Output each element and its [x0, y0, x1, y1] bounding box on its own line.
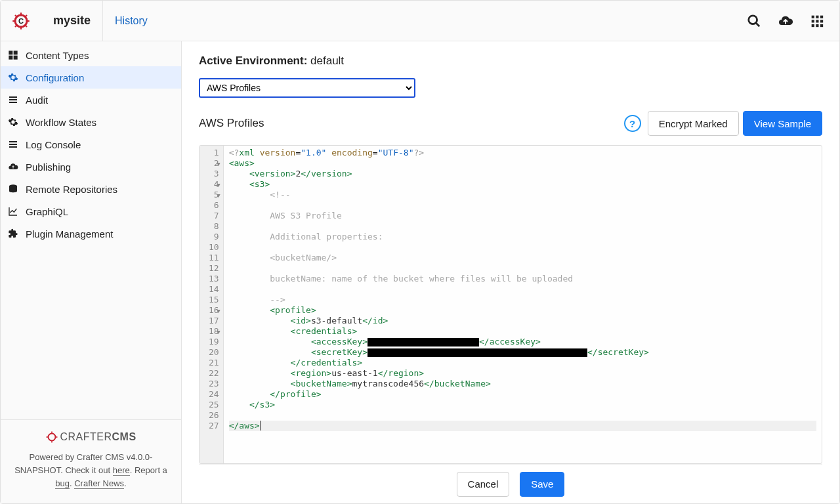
grid-icon [7, 50, 19, 60]
svg-rect-21 [9, 51, 12, 54]
svg-rect-12 [812, 15, 814, 18]
list-icon [7, 94, 19, 105]
svg-rect-15 [812, 20, 814, 22]
here-link[interactable]: here [113, 465, 130, 476]
crafter-logo: CRAFTERCMS [11, 429, 171, 446]
sidebar-item-label: Audit [26, 94, 48, 106]
main-content: Active Environment: default AWS Profiles… [182, 41, 839, 503]
list-icon [7, 139, 19, 150]
sidebar-item-label: Remote Repositories [26, 184, 117, 195]
history-link[interactable]: History [103, 15, 159, 27]
database-icon [7, 184, 19, 194]
svg-rect-16 [816, 20, 818, 22]
svg-rect-18 [812, 24, 814, 27]
svg-rect-19 [816, 24, 818, 27]
svg-point-10 [749, 15, 757, 24]
sidebar-item-graphiql[interactable]: GraphiQL [1, 200, 181, 222]
svg-line-11 [756, 22, 760, 26]
cancel-button[interactable]: Cancel [457, 472, 510, 497]
chart-line-icon [7, 206, 19, 217]
view-sample-button[interactable]: View Sample [743, 111, 822, 136]
svg-line-8 [15, 25, 17, 27]
svg-text:C: C [18, 16, 24, 24]
sidebar-item-audit[interactable]: Audit [1, 89, 181, 111]
svg-line-5 [15, 15, 17, 17]
sidebar-item-label: Workflow States [26, 117, 96, 128]
svg-rect-14 [820, 15, 823, 18]
sidebar-item-label: GraphiQL [26, 206, 68, 217]
svg-rect-24 [14, 56, 18, 60]
apps-grid-icon[interactable] [801, 5, 833, 37]
svg-rect-13 [816, 15, 818, 18]
section-title: AWS Profiles [199, 117, 264, 130]
crafter-news-link[interactable]: Crafter News [74, 478, 124, 489]
sidebar-item-label: Plugin Management [26, 228, 113, 240]
cloud-up-icon [7, 161, 19, 172]
sidebar-item-publishing[interactable]: Publishing [1, 156, 181, 178]
svg-line-6 [25, 25, 27, 27]
sidebar-item-content-types[interactable]: Content Types [1, 44, 181, 66]
sidebar-item-label: Log Console [26, 139, 81, 150]
sidebar-footer: CRAFTERCMS Powered by Crafter CMS v4.0.0… [1, 419, 181, 503]
puzzle-icon [7, 228, 19, 239]
site-name[interactable]: mysite [41, 1, 103, 41]
sidebar-item-configuration[interactable]: Configuration [1, 66, 181, 89]
svg-rect-22 [14, 51, 18, 54]
svg-rect-17 [820, 20, 823, 22]
encrypt-marked-button[interactable]: Encrypt Marked [648, 111, 739, 136]
sidebar-item-label: Configuration [26, 72, 84, 83]
sidebar-item-remote-repositories[interactable]: Remote Repositories [1, 178, 181, 200]
sidebar-item-plugin-management[interactable]: Plugin Management [1, 222, 181, 245]
sidebar-item-workflow-states[interactable]: Workflow States [1, 111, 181, 133]
gear-icon [7, 72, 19, 83]
active-environment: Active Environment: default [199, 54, 822, 68]
help-icon[interactable]: ? [624, 115, 641, 132]
sidebar-item-log-console[interactable]: Log Console [1, 133, 181, 156]
gear-icon [7, 117, 19, 127]
sidebar: Content Types Configuration Audit Workfl… [1, 41, 182, 503]
svg-rect-23 [9, 56, 12, 60]
svg-rect-20 [820, 24, 823, 27]
app-logo[interactable]: C [1, 11, 41, 31]
bottom-bar: Cancel Save [199, 464, 822, 503]
svg-line-7 [25, 15, 27, 17]
cloud-up-icon[interactable] [770, 5, 801, 37]
top-header: C mysite History [1, 1, 839, 41]
sidebar-item-label: Publishing [26, 161, 71, 173]
search-icon[interactable] [738, 5, 770, 37]
svg-point-32 [49, 434, 56, 441]
profile-select[interactable]: AWS Profiles [199, 78, 415, 98]
bug-link[interactable]: bug [55, 478, 70, 489]
code-editor[interactable]: 12▼34▼5▼678910111213141516▼1718▼19202122… [199, 145, 822, 464]
save-button[interactable]: Save [520, 472, 564, 497]
sidebar-item-label: Content Types [26, 50, 89, 61]
